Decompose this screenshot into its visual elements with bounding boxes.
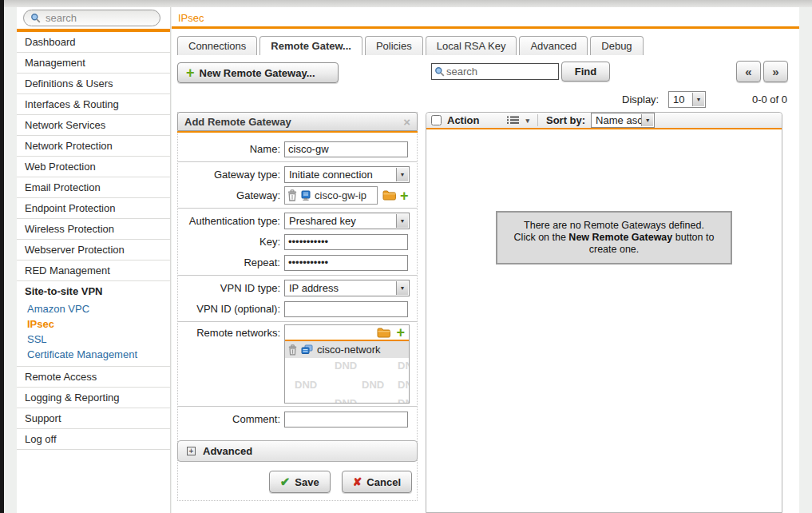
sidebar-item-remote-access[interactable]: Remote Access (17, 367, 170, 388)
list-menu-icon[interactable] (507, 116, 520, 125)
remote-network-item[interactable]: cisco-network (285, 341, 409, 358)
page-next-button[interactable]: » (763, 61, 788, 82)
sidebar-item-web-protection[interactable]: Web Protection (17, 157, 170, 177)
form-actions: ✔ Save ✘ Cancel (269, 471, 412, 493)
tab-advanced[interactable]: Advanced (519, 36, 588, 55)
dnd-watermark: DND (398, 360, 409, 372)
folder-icon[interactable] (377, 328, 390, 338)
key-label: Key: (178, 236, 284, 248)
trash-icon[interactable] (287, 189, 297, 201)
sidebar-item-management[interactable]: Management (17, 53, 170, 74)
divider (537, 114, 538, 126)
save-label: Save (295, 476, 319, 488)
chevron-down-icon: ▼ (641, 114, 653, 126)
gateway-type-value: Initiate connection (289, 169, 373, 181)
empty-line2-pre: Click on the (514, 232, 569, 243)
sidebar-item-wireless-protection[interactable]: Wireless Protection (17, 219, 170, 240)
sidebar-item-amazon-vpc[interactable]: Amazon VPC (17, 301, 170, 316)
gateway-object-value: cisco-gw-ip (315, 189, 366, 201)
repeat-field[interactable] (284, 255, 408, 271)
cancel-button[interactable]: ✘ Cancel (342, 471, 412, 493)
repeat-label: Repeat: (178, 256, 284, 268)
sidebar-item-ssl[interactable]: SSL (17, 332, 170, 347)
sidebar-item-logging-reporting[interactable]: Logging & Reporting (17, 388, 170, 408)
key-field[interactable] (284, 234, 408, 250)
drag-drop-area[interactable]: DND DND DND DND DND DND DND (285, 358, 409, 403)
gateway-type-label: Gateway type: (178, 169, 284, 181)
result-range: 0-0 of 0 (752, 93, 787, 105)
divider (178, 321, 417, 322)
authentication-type-value: Preshared key (289, 215, 356, 227)
sidebar-item-certificate-management[interactable]: Certificate Management (17, 347, 170, 362)
vpn-id-type-select[interactable]: IP address ▼ (284, 280, 410, 296)
sidebar-item-dashboard[interactable]: Dashboard (17, 32, 170, 53)
empty-line2-bold: New Remote Gateway (568, 232, 672, 243)
sort-by-label: Sort by: (546, 114, 585, 126)
sidebar-item-interfaces-routing[interactable]: Interfaces & Routing (17, 94, 170, 115)
list-search-field[interactable] (431, 63, 559, 80)
trash-icon[interactable] (288, 344, 297, 356)
vpn-id-type-label: VPN ID type: (178, 282, 284, 294)
comment-field[interactable] (284, 412, 408, 428)
gateway-object-box: cisco-gw-ip (284, 186, 378, 205)
authentication-type-select[interactable]: Preshared key ▼ (284, 213, 410, 229)
chevron-down-icon[interactable]: ▾ (525, 117, 529, 125)
empty-line3: create one. (589, 244, 640, 255)
add-icon[interactable]: + (400, 190, 409, 201)
tab-remote-gateways[interactable]: Remote Gatew... (259, 36, 362, 55)
advanced-label: Advanced (203, 445, 252, 457)
dnd-watermark: DND (335, 397, 357, 403)
sidebar-item-email-protection[interactable]: Email Protection (17, 177, 170, 198)
sidebar: Dashboard Management Definitions & Users… (17, 7, 171, 513)
name-field[interactable] (284, 141, 408, 157)
new-remote-gateway-button[interactable]: + New Remote Gateway... (177, 62, 339, 83)
add-icon[interactable]: + (396, 327, 405, 338)
vpn-id-field[interactable] (284, 301, 408, 317)
sidebar-item-webserver-protection[interactable]: Webserver Protection (17, 240, 170, 260)
sort-select[interactable]: Name asc ▼ (591, 113, 655, 128)
vpn-id-label: VPN ID (optional): (178, 303, 284, 315)
chevron-down-icon: ▼ (396, 214, 408, 228)
cancel-label: Cancel (366, 476, 401, 488)
advanced-section-toggle[interactable]: + Advanced (177, 440, 418, 462)
sidebar-search-input[interactable] (44, 11, 148, 25)
remote-gateway-list-panel: Action ▾ Sort by: Name asc ▼ There are n… (426, 112, 782, 513)
display-count-select[interactable]: 10 ▼ (668, 91, 706, 108)
search-icon (434, 66, 445, 77)
folder-icon[interactable] (382, 190, 396, 201)
divider (178, 406, 417, 407)
tab-connections[interactable]: Connections (177, 36, 257, 55)
sidebar-item-network-protection[interactable]: Network Protection (17, 136, 170, 157)
tab-policies[interactable]: Policies (365, 36, 423, 55)
sidebar-search[interactable] (23, 10, 160, 26)
select-all-checkbox[interactable] (431, 115, 442, 125)
sidebar-item-ipsec[interactable]: IPsec (17, 316, 170, 332)
x-icon: ✘ (353, 475, 362, 488)
sidebar-item-endpoint-protection[interactable]: Endpoint Protection (17, 198, 170, 219)
list-search-input[interactable] (445, 65, 549, 78)
action-label: Action (447, 114, 479, 126)
sort-value: Name asc (596, 114, 643, 126)
gateway-type-select[interactable]: Initiate connection ▼ (284, 166, 410, 183)
tab-local-rsa-key[interactable]: Local RSA Key (426, 36, 517, 55)
expand-icon[interactable]: + (187, 447, 196, 455)
display-count-value: 10 (673, 93, 684, 105)
sidebar-section-site-to-site-vpn[interactable]: Site-to-site VPN (17, 281, 170, 301)
add-remote-gateway-panel: Add Remote Gateway × Name: Gateway type:… (177, 112, 418, 501)
tab-bar: Connections Remote Gatew... Policies Loc… (177, 36, 644, 55)
top-band (0, 0, 812, 7)
form-title: Add Remote Gateway (184, 116, 291, 128)
divider (178, 208, 417, 209)
find-button[interactable]: Find (561, 62, 610, 82)
save-button[interactable]: ✔ Save (269, 471, 331, 493)
page-previous-button[interactable]: « (736, 61, 761, 82)
sidebar-item-support[interactable]: Support (17, 408, 170, 429)
dnd-watermark: DND (295, 379, 317, 391)
sidebar-item-network-services[interactable]: Network Services (17, 115, 170, 136)
sidebar-item-definitions-users[interactable]: Definitions & Users (17, 74, 170, 94)
sidebar-item-log-off[interactable]: Log off (17, 429, 170, 450)
tab-debug[interactable]: Debug (590, 36, 643, 55)
close-icon[interactable]: × (403, 115, 410, 129)
sidebar-item-red-management[interactable]: RED Management (17, 260, 170, 281)
main-content: IPsec Connections Remote Gatew... Polici… (172, 7, 799, 513)
